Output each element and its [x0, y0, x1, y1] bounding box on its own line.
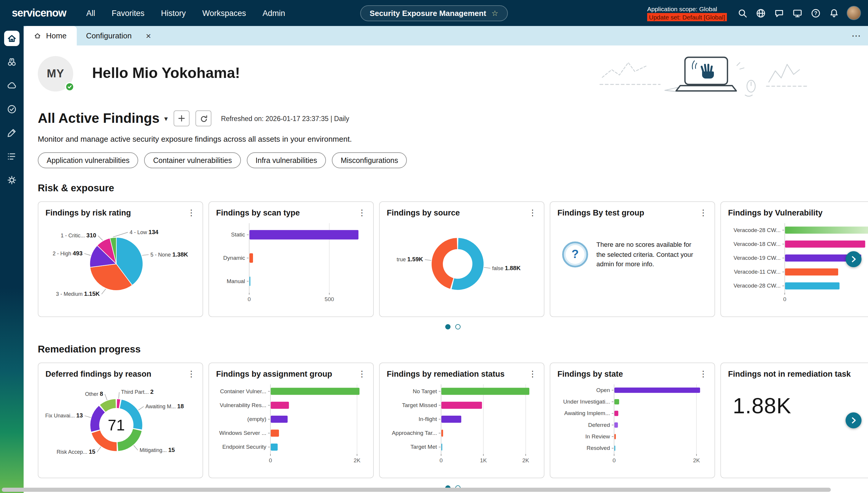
dashboard-description: Monitor and manage active security expos… [38, 135, 868, 144]
greeting-title: Hello Mio Yokohama! [92, 64, 240, 82]
svg-text:Target Missed: Target Missed [402, 402, 437, 408]
dashboard-title: All Active Findings [38, 110, 159, 126]
update-set-label[interactable]: Update set: Default [Global] [647, 13, 727, 21]
filter-pills: Application vulnerabilities Container vu… [38, 152, 868, 168]
servicenow-logo[interactable]: servicenow [12, 7, 66, 19]
globe-icon[interactable] [755, 8, 766, 18]
kebab-menu-icon[interactable]: ⋮ [187, 209, 195, 217]
svg-text:Awaiting Implem...: Awaiting Implem... [564, 410, 610, 416]
card-title: Findings by Vulnerability [728, 209, 823, 217]
svg-text:4 - Low 134: 4 - Low 134 [130, 229, 158, 235]
remediation-progress-card-row: Deferred findings by reason⋮ Third Part.… [38, 363, 868, 478]
kebab-menu-icon[interactable]: ⋮ [358, 370, 366, 378]
chart-findings-by-test-group: ?There are no scores available for the s… [558, 218, 708, 269]
tab-configuration-label: Configuration [86, 31, 132, 40]
hero-illustration [596, 49, 809, 103]
card-findings-by-remediation-status: Findings by remediation status⋮ 01K2KNo … [379, 363, 544, 478]
favorite-star-icon[interactable]: ☆ [492, 8, 498, 17]
tab-configuration[interactable]: Configuration × [77, 26, 160, 45]
kebab-menu-icon[interactable]: ⋮ [699, 209, 708, 217]
app-scope-pill[interactable]: Security Exposure Management ☆ [360, 5, 508, 21]
filter-misconfigurations[interactable]: Misconfigurations [332, 152, 407, 168]
svg-text:71: 71 [108, 416, 125, 434]
help-icon[interactable]: ? [810, 8, 821, 18]
chart-findings-by-assignment-group: 02KContainer Vulner...Vulnerability Res.… [216, 380, 366, 472]
svg-text:Other 8: Other 8 [85, 390, 103, 397]
sidebar-cloud-icon[interactable] [4, 78, 20, 93]
sidebar-pen-icon[interactable] [4, 125, 20, 141]
section-remediation-progress: Remediation progress [38, 344, 868, 355]
sidebar-gear-icon[interactable] [4, 172, 20, 188]
kebab-menu-icon[interactable]: ⋮ [358, 209, 366, 217]
svg-text:Windows Server ...: Windows Server ... [219, 430, 266, 436]
screen-share-icon[interactable] [792, 8, 802, 18]
svg-text:1K: 1K [480, 457, 487, 464]
nav-favorites[interactable]: Favorites [112, 8, 144, 17]
user-avatar-large[interactable]: MY [38, 56, 73, 91]
svg-text:0: 0 [440, 457, 443, 464]
carousel-pagination [38, 324, 868, 329]
add-widget-button[interactable] [174, 110, 190, 126]
kebab-menu-icon[interactable]: ⋮ [528, 209, 537, 217]
svg-text:Static: Static [231, 232, 245, 238]
tab-home[interactable]: Home [24, 26, 77, 45]
nav-admin[interactable]: Admin [262, 8, 285, 17]
dashboard-dropdown-caret-icon[interactable]: ▾ [164, 114, 168, 123]
svg-text:0: 0 [248, 296, 251, 302]
kebab-menu-icon[interactable]: ⋮ [187, 370, 195, 378]
filter-container-vulnerabilities[interactable]: Container vulnerabilities [144, 152, 241, 168]
pagination-dot-2[interactable] [455, 324, 460, 329]
top-bar: servicenow All Favorites History Workspa… [0, 0, 868, 26]
avatar-initials: MY [47, 67, 64, 80]
svg-text:Veracode-11 CW...: Veracode-11 CW... [734, 269, 781, 275]
card-title: Findings by risk rating [45, 209, 131, 217]
svg-text:2K: 2K [693, 457, 700, 464]
sidebar-list-icon[interactable] [4, 149, 20, 164]
refreshed-timestamp: Refreshed on: 2026-01-17 23:37:35 | Dail… [221, 115, 349, 122]
application-scope-block: Application scope: Global Update set: De… [647, 5, 727, 22]
kebab-menu-icon[interactable]: ⋮ [699, 370, 708, 378]
svg-text:false 1.88K: false 1.88K [492, 265, 521, 271]
filter-application-vulnerabilities[interactable]: Application vulnerabilities [38, 152, 138, 168]
sidebar-check-circle-icon[interactable] [4, 102, 20, 117]
svg-text:Vulnerability Res...: Vulnerability Res... [220, 402, 266, 408]
user-avatar[interactable] [847, 6, 861, 20]
availability-check-badge [65, 82, 74, 91]
close-tab-icon[interactable]: × [146, 31, 151, 40]
svg-text:1 - Critic... 310: 1 - Critic... 310 [61, 232, 96, 238]
notifications-bell-icon[interactable] [828, 8, 839, 18]
sidebar-home-icon[interactable] [4, 31, 20, 46]
svg-text:Third Part... 2: Third Part... 2 [121, 388, 153, 395]
refresh-button[interactable] [195, 110, 211, 126]
chart-findings-by-risk-rating: 5 - None 1.38K3 - Medium 1.15K2 - High 4… [45, 218, 195, 310]
empty-state-message: There are no scores available for the se… [596, 240, 697, 269]
app-name: Security Exposure Management [370, 8, 486, 17]
search-icon[interactable] [737, 8, 747, 18]
tab-overflow-icon[interactable]: ⋯ [851, 30, 861, 41]
left-sidebar [0, 26, 24, 493]
kebab-menu-icon[interactable]: ⋮ [528, 370, 537, 378]
tab-bar: Home Configuration × ⋯ [24, 26, 868, 45]
svg-text:2 - High 493: 2 - High 493 [52, 250, 82, 257]
pagination-dot-1[interactable] [445, 324, 451, 329]
carousel-next-button[interactable] [846, 412, 862, 428]
carousel-next-button[interactable] [846, 251, 862, 267]
nav-history[interactable]: History [161, 8, 186, 17]
chat-icon[interactable] [774, 8, 784, 18]
card-findings-by-source: Findings by source⋮ false 1.88Ktrue 1.59… [379, 201, 544, 317]
svg-text:0: 0 [269, 457, 272, 464]
filter-infra-vulnerabilities[interactable]: Infra vulnerabilities [247, 152, 326, 168]
card-findings-by-scan-type: Findings by scan type⋮ 0500StaticDynamic… [209, 201, 374, 317]
card-title: Findings by source [387, 209, 460, 217]
svg-text:3 - Medium 1.15K: 3 - Medium 1.15K [56, 291, 100, 297]
nav-all[interactable]: All [86, 8, 95, 17]
main-content: MY Hello Mio Yokohama! [24, 45, 868, 489]
horizontal-scrollbar[interactable] [2, 488, 831, 492]
sidebar-binoculars-icon[interactable] [4, 54, 20, 70]
svg-text:?: ? [814, 10, 817, 16]
svg-text:0: 0 [613, 457, 616, 464]
svg-text:2K: 2K [354, 457, 361, 464]
nav-workspaces[interactable]: Workspaces [202, 8, 246, 17]
svg-text:5 - None 1.38K: 5 - None 1.38K [151, 251, 188, 258]
card-findings-by-state: Findings by state⋮ 02KOpenUnder Investig… [550, 363, 715, 478]
